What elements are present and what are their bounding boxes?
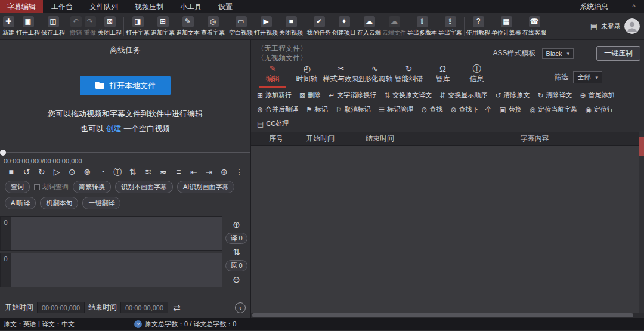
- one-click-compress-button[interactable]: 一键压制: [596, 46, 640, 61]
- jump-start-icon[interactable]: ⇤: [186, 168, 202, 176]
- track-list-icon[interactable]: ≡: [171, 168, 187, 176]
- timeline-tab[interactable]: ◴时间轴: [290, 63, 324, 88]
- append-text-button[interactable]: ✎追加文本: [175, 16, 200, 38]
- tool-button[interactable]: 一键翻译: [82, 197, 120, 209]
- app-title-tab[interactable]: 字幕编辑: [0, 0, 43, 13]
- locate-current-action[interactable]: ◎定位当前字幕: [530, 105, 577, 114]
- tool-button[interactable]: 简繁转换: [73, 181, 111, 193]
- jump-end-icon[interactable]: ⇥: [202, 168, 217, 176]
- redo-button[interactable]: ↷重做: [83, 16, 97, 38]
- tool-button[interactable]: 机翻本句: [40, 197, 78, 209]
- original-count-badge[interactable]: 原 0: [225, 260, 247, 271]
- create-project-button[interactable]: ✦创建项目: [332, 16, 357, 38]
- online-service-button[interactable]: ☎在线客服: [522, 16, 547, 38]
- tool-button[interactable]: AI识别画面字幕: [177, 181, 234, 193]
- knowledge-tab[interactable]: Ω智库: [426, 63, 460, 88]
- rotate-left-icon[interactable]: ⊙: [64, 168, 80, 176]
- menu-item[interactable]: 文件队列: [81, 0, 126, 13]
- wave-lower-icon[interactable]: ≂: [156, 168, 171, 176]
- sync-scroll-icon[interactable]: ⇅: [233, 248, 240, 256]
- vertical-scrollbar[interactable]: [639, 131, 644, 313]
- find-next-action[interactable]: ⊚查找下一个: [450, 105, 491, 114]
- undo-button[interactable]: ↶撤销: [69, 16, 83, 38]
- clear-trans-action[interactable]: ↻清除译文: [537, 91, 572, 100]
- highlight-lookup-checkbox[interactable]: 划词查询: [34, 182, 69, 191]
- seek-handle[interactable]: [0, 150, 6, 156]
- export-subtitle-button[interactable]: ⇪导出字幕: [438, 16, 463, 38]
- create-blank-video-link[interactable]: 创建: [106, 124, 122, 133]
- locate-row-action[interactable]: ◉定位行: [585, 105, 613, 114]
- crosshair-icon[interactable]: ⊕: [216, 168, 232, 176]
- autocorrect-tab[interactable]: ↻智能纠错: [392, 63, 426, 88]
- start-time-input[interactable]: [37, 302, 85, 313]
- info-tab[interactable]: ⓘ信息: [460, 63, 494, 88]
- system-messages[interactable]: 系统消息: [571, 2, 617, 12]
- delete-row-action[interactable]: ⊠删除: [299, 91, 321, 100]
- edit-tab[interactable]: ✎编辑: [256, 63, 290, 88]
- play-icon[interactable]: ▷: [49, 168, 65, 176]
- view-subtitle-button[interactable]: ◎查看字幕: [200, 16, 225, 38]
- menu-item[interactable]: 小工具: [172, 0, 210, 13]
- horizontal-scrollbar[interactable]: [251, 313, 644, 318]
- append-subtitle-button[interactable]: ⊞追加字幕: [150, 16, 175, 38]
- zoom-out-icon[interactable]: ⊖: [233, 275, 240, 284]
- avatar[interactable]: [624, 18, 640, 34]
- tool-button[interactable]: 识别本画面字幕: [115, 181, 173, 193]
- swap-display-order-action[interactable]: ⇵交换显示顺序: [439, 91, 487, 100]
- menu-item[interactable]: 设置: [210, 0, 241, 13]
- zoom-in-icon[interactable]: ⊕: [233, 220, 240, 229]
- new-file-button[interactable]: ✚新建: [1, 16, 16, 38]
- style-effects-tab[interactable]: ✂样式与效果: [324, 63, 358, 88]
- stop-icon[interactable]: ■: [4, 168, 19, 176]
- end-time-input[interactable]: [120, 302, 168, 313]
- clear-source-action[interactable]: ↺清除原文: [495, 91, 530, 100]
- horizontal-scrollbar-thumb[interactable]: [252, 313, 633, 317]
- export-multi-button[interactable]: ⇧导出多版本: [407, 16, 438, 38]
- loop-play-icon[interactable]: ↺: [19, 168, 35, 176]
- unit-calculator-button[interactable]: ▦单位计算器: [491, 16, 522, 38]
- lookup-word-button[interactable]: 查词: [5, 181, 30, 193]
- menu-item[interactable]: 工作台: [43, 0, 81, 13]
- close-project-button[interactable]: ⊠关闭工程: [97, 16, 122, 38]
- original-textarea[interactable]: [11, 253, 222, 287]
- menu-item[interactable]: 视频压制: [126, 0, 172, 13]
- wave-upper-icon[interactable]: ≋: [141, 168, 156, 176]
- open-project-button[interactable]: ▣打开工程: [16, 16, 41, 38]
- rotate-right-icon[interactable]: ⊛: [80, 168, 95, 176]
- blank-video-button[interactable]: ▭空白视频: [228, 16, 253, 38]
- vertical-scrollbar-thumb[interactable]: [639, 137, 644, 156]
- ass-template-select[interactable]: Black ▾: [542, 48, 574, 59]
- open-local-file-button[interactable]: 打开本地文件: [80, 76, 171, 95]
- remove-linebreak-action[interactable]: ↵文字消除换行: [329, 91, 376, 100]
- cloud-files-button[interactable]: ☁云端文件: [382, 16, 407, 38]
- mark-action[interactable]: ⚑标记: [306, 105, 328, 114]
- find-action[interactable]: ⊙查找: [421, 105, 442, 114]
- save-to-cloud-button[interactable]: ☁存入云端: [357, 16, 382, 38]
- translation-textarea[interactable]: [11, 216, 222, 251]
- collapse-panel-button[interactable]: ‹: [235, 302, 246, 313]
- seek-bar[interactable]: [0, 150, 250, 156]
- cc-action[interactable]: ▤CC处理: [257, 119, 289, 128]
- seek-track[interactable]: [0, 152, 250, 153]
- text-tool-icon[interactable]: Ⓣ: [110, 168, 126, 176]
- tool-button[interactable]: AI听译: [5, 197, 36, 209]
- mark-manage-action[interactable]: ☰标记管理: [379, 105, 414, 114]
- close-video-button[interactable]: ■关闭视频: [278, 16, 304, 38]
- open-subtitle-button[interactable]: ◨打开字幕: [125, 16, 150, 38]
- swap-times-icon[interactable]: ⇄: [173, 302, 181, 313]
- login-status[interactable]: 未登录: [601, 22, 621, 31]
- head-tail-add-action[interactable]: ⊕首尾添加: [580, 91, 614, 100]
- tutorial-button[interactable]: ?使用教程: [466, 16, 491, 38]
- filter-select[interactable]: 全部 ▾: [573, 71, 602, 83]
- my-tasks-button[interactable]: ✔我的任务: [306, 16, 332, 38]
- waveform-tab[interactable]: ∿图形化调轴: [358, 63, 392, 88]
- more-icon[interactable]: ⋮: [232, 168, 247, 176]
- open-video-button[interactable]: ▶打开视频: [253, 16, 278, 38]
- swap-source-trans-action[interactable]: ⇅交换原文译文: [384, 91, 432, 100]
- merge-translate-action[interactable]: ⊛合并后翻译: [257, 105, 298, 114]
- chevron-up-icon[interactable]: ^: [617, 2, 644, 11]
- add-row-action[interactable]: ⊞添加新行: [257, 91, 292, 100]
- replace-action[interactable]: ▣替换: [499, 105, 521, 114]
- save-project-button[interactable]: ◫保存工程: [41, 16, 66, 38]
- clock-icon[interactable]: ◔: [95, 168, 110, 176]
